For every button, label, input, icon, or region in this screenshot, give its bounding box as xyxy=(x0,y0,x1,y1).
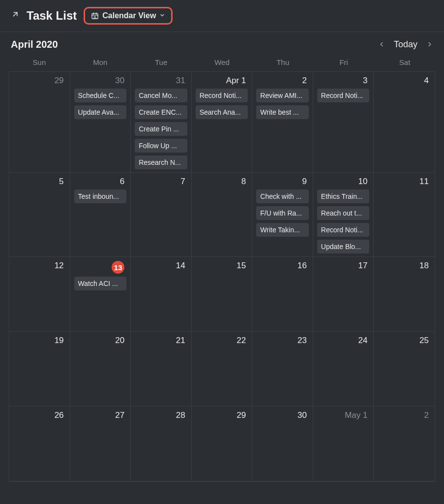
calendar-cell[interactable]: 3Record Noti... xyxy=(313,72,374,173)
calendar-event[interactable]: Search Ana... xyxy=(196,105,248,119)
calendar-cell[interactable]: 22 xyxy=(192,332,253,407)
expand-icon[interactable] xyxy=(11,10,20,21)
calendar-cell[interactable]: 2Review AMI...Write best ... xyxy=(252,72,313,173)
calendar-cell[interactable]: 18 xyxy=(374,257,435,332)
dow-thu: Thu xyxy=(252,58,313,66)
calendar-event[interactable]: Reach out t... xyxy=(317,206,370,220)
calendar-event[interactable]: Update Ava... xyxy=(74,105,127,119)
calendar-event[interactable]: Cancel Mo... xyxy=(135,89,187,102)
calendar-cell[interactable]: 5 xyxy=(9,173,70,257)
calendar-grid: 2930Schedule C...Update Ava...31Cancel M… xyxy=(9,71,435,482)
day-number: 9 xyxy=(256,177,309,187)
calendar-event[interactable]: Check with ... xyxy=(256,189,309,203)
calendar-cell[interactable]: 7 xyxy=(131,173,192,257)
day-number: 5 xyxy=(13,177,66,187)
calendar-cell[interactable]: 26 xyxy=(9,407,70,481)
calendar-nav: Today xyxy=(378,39,433,50)
calendar-cell[interactable]: 6Test inboun... xyxy=(70,173,131,257)
calendar-event[interactable]: Ethics Train... xyxy=(317,189,370,203)
calendar-event[interactable]: Record Noti... xyxy=(196,89,248,102)
today-badge: 13 xyxy=(112,261,124,274)
calendar-event[interactable]: Watch ACI ... xyxy=(74,277,127,290)
calendar-event[interactable]: Update Blo... xyxy=(317,240,370,253)
calendar-cell[interactable]: Apr 1Record Noti...Search Ana... xyxy=(192,72,253,173)
calendar-event[interactable]: Create ENC... xyxy=(135,105,187,119)
calendar-event[interactable]: Write best ... xyxy=(256,105,309,119)
subheader: April 2020 Today xyxy=(0,32,444,54)
calendar-cell[interactable]: 14 xyxy=(131,257,192,332)
event-list: Watch ACI ... xyxy=(74,277,127,290)
dow-tue: Tue xyxy=(131,58,192,66)
day-number: 30 xyxy=(256,410,309,420)
event-list: Ethics Train...Reach out t...Record Noti… xyxy=(317,189,370,253)
day-number: 20 xyxy=(74,336,127,346)
day-number: 6 xyxy=(74,177,127,187)
day-number: 2 xyxy=(378,410,431,420)
calendar-event[interactable]: Research N... xyxy=(135,156,187,169)
calendar-event[interactable]: F/U with Ra... xyxy=(256,206,309,220)
calendar-cell[interactable]: 31Cancel Mo...Create ENC...Create Pin ..… xyxy=(131,72,192,173)
calendar-event[interactable]: Record Noti... xyxy=(317,89,370,102)
calendar-cell[interactable]: 21 xyxy=(131,332,192,407)
calendar-cell[interactable]: 19 xyxy=(9,332,70,407)
calendar-cell[interactable]: 13Watch ACI ... xyxy=(70,257,131,332)
day-number: 12 xyxy=(13,261,66,271)
day-number: 29 xyxy=(13,76,66,86)
day-number: 25 xyxy=(378,336,431,346)
calendar-cell[interactable]: 4 xyxy=(374,72,435,173)
calendar-event[interactable]: Write Takin... xyxy=(256,223,309,237)
day-number: 13 xyxy=(74,261,127,274)
calendar-cell[interactable]: 23 xyxy=(252,332,313,407)
month-label: April 2020 xyxy=(11,39,58,50)
day-of-week-header: Sun Mon Tue Wed Thu Fri Sat xyxy=(0,54,444,71)
calendar-cell[interactable]: 15 xyxy=(192,257,253,332)
day-number: May 1 xyxy=(317,410,370,420)
calendar-cell[interactable]: 17 xyxy=(313,257,374,332)
calendar-cell[interactable]: 27 xyxy=(70,407,131,481)
calendar-cell[interactable]: 2 xyxy=(374,407,435,481)
day-number: 2 xyxy=(256,76,309,86)
calendar-cell[interactable]: 29 xyxy=(9,72,70,173)
calendar-event[interactable]: Schedule C... xyxy=(74,89,127,102)
next-month-button[interactable] xyxy=(426,39,433,50)
event-list: Record Noti... xyxy=(317,89,370,102)
dow-fri: Fri xyxy=(313,58,374,66)
calendar-event[interactable]: Create Pin ... xyxy=(135,122,187,136)
event-list: Cancel Mo...Create ENC...Create Pin ...F… xyxy=(135,89,187,169)
day-number: 31 xyxy=(135,76,187,86)
calendar-cell[interactable]: 8 xyxy=(192,173,253,257)
calendar-cell[interactable]: 16 xyxy=(252,257,313,332)
day-number: 21 xyxy=(135,336,187,346)
calendar-cell[interactable]: May 1 xyxy=(313,407,374,481)
calendar-cell[interactable]: 25 xyxy=(374,332,435,407)
today-button[interactable]: Today xyxy=(394,39,417,50)
day-number: 16 xyxy=(256,261,309,271)
event-list: Schedule C...Update Ava... xyxy=(74,89,127,119)
calendar-event[interactable]: Review AMI... xyxy=(256,89,309,102)
calendar-cell[interactable]: 28 xyxy=(131,407,192,481)
calendar-cell[interactable]: 9Check with ...F/U with Ra...Write Takin… xyxy=(252,173,313,257)
calendar-cell[interactable]: 20 xyxy=(70,332,131,407)
calendar-cell[interactable]: 30 xyxy=(252,407,313,481)
day-number: 4 xyxy=(378,76,431,86)
day-number: 30 xyxy=(74,76,127,86)
day-number: Apr 1 xyxy=(196,76,248,86)
calendar-event[interactable]: Follow Up ... xyxy=(135,139,187,153)
calendar-cell[interactable]: 30Schedule C...Update Ava... xyxy=(70,72,131,173)
calendar-event[interactable]: Test inboun... xyxy=(74,189,127,203)
calendar-cell[interactable]: 29 xyxy=(192,407,253,481)
calendar-cell[interactable]: 10Ethics Train...Reach out t...Record No… xyxy=(313,173,374,257)
day-number: 29 xyxy=(196,410,248,420)
day-number: 26 xyxy=(13,410,66,420)
dow-sat: Sat xyxy=(374,58,435,66)
prev-month-button[interactable] xyxy=(378,39,385,50)
day-number: 11 xyxy=(378,177,431,187)
view-switcher[interactable]: 31 Calendar View xyxy=(84,7,173,25)
calendar-cell[interactable]: 24 xyxy=(313,332,374,407)
day-number: 14 xyxy=(135,261,187,271)
page-title: Task List xyxy=(27,9,77,23)
calendar-event[interactable]: Record Noti... xyxy=(317,223,370,237)
day-number: 27 xyxy=(74,410,127,420)
calendar-cell[interactable]: 11 xyxy=(374,173,435,257)
calendar-cell[interactable]: 12 xyxy=(9,257,70,332)
